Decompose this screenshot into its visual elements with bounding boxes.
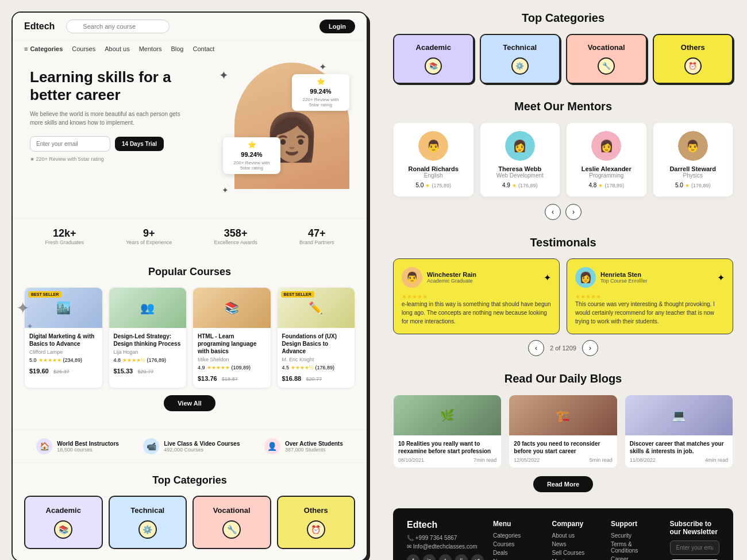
testimonial-next-button[interactable]: › [582, 340, 598, 356]
login-button[interactable]: Login [319, 20, 355, 33]
mentor-avatar-2: 👩 [591, 131, 621, 161]
cat-icon-1: ⚙️ [138, 520, 157, 539]
blog-meta-2: 11/08/2022 4min read [630, 457, 728, 463]
feature-main-1: Live Class & Video Courses [164, 441, 240, 447]
stat-label-0: Fresh Graduates [45, 240, 84, 245]
course-old-price-0: $26.37 [53, 369, 70, 374]
footer-link-security[interactable]: Security [611, 532, 661, 539]
blog-read-1: 5min read [590, 457, 613, 463]
blog-title-1: 20 facts you need to reconsider before y… [514, 440, 612, 455]
course-rating-1: 4.8 ★★★★½ (176,89) [114, 357, 182, 363]
nav-courses[interactable]: Courses [72, 45, 95, 52]
best-seller-badge-0: BEST SELLER [28, 291, 61, 298]
footer-link-news[interactable]: News [552, 541, 602, 547]
blog-img-0: 🌿 [394, 395, 501, 435]
newsletter-title: Subscribe to our Newsletter [670, 520, 720, 536]
mentors-next-button[interactable]: › [565, 204, 582, 220]
cat-technical[interactable]: Technical ⚙️ [109, 496, 187, 549]
nav-about[interactable]: About us [105, 45, 129, 52]
testimonials-grid: 👨 Winchester Rain Academic Graduate ✦ ★★… [393, 258, 733, 334]
hero-subtitle: We believe the world is more beautiful a… [30, 110, 191, 127]
testimonials-nav: ‹ 2 of 1209 › [393, 340, 733, 356]
right-cat-vocational[interactable]: Vocational 🔧 [566, 34, 647, 84]
footer-menu-title: Menu [493, 520, 543, 528]
right-cats-title: Top Categories [393, 11, 733, 25]
mentor-stars-0: ★ [425, 183, 430, 188]
youtube-icon[interactable]: yt [471, 554, 484, 560]
trial-button[interactable]: 14 Days Trial [115, 137, 164, 151]
course-price-wrap-0: $19.60 $26.37 [29, 365, 98, 376]
blog-img-2: 💻 [625, 395, 733, 435]
navbar: Edtech Login [13, 13, 367, 41]
right-cat-others[interactable]: Others ⏰ [653, 34, 734, 84]
right-cat-academic[interactable]: Academic 📚 [393, 34, 474, 84]
right-cat-icon-3: ⏰ [684, 57, 702, 75]
course-rating-num-0: 5.0 [29, 357, 37, 363]
cat-others[interactable]: Others ⏰ [277, 496, 356, 549]
mentor-rating-num-1: 4.9 [502, 182, 510, 188]
blog-card-0[interactable]: 🌿 10 Realities you really want to reexam… [393, 395, 502, 468]
mentor-reviews-2: (178,89) [604, 183, 624, 188]
nav-blog[interactable]: Blog [171, 45, 183, 52]
course-img-icon-3: ✏️ [309, 301, 323, 315]
course-title-3: Foundations of (UX) Design Basics to Adv… [282, 333, 351, 355]
features-section: 🏠 World Best Instructors 18,500 courses … [13, 430, 367, 462]
read-more-button[interactable]: Read More [533, 476, 593, 492]
cat-icon-2: 🔧 [222, 520, 241, 539]
footer-link-deals[interactable]: Deals [493, 550, 543, 556]
cat-academic[interactable]: Academic 📚 [24, 496, 103, 549]
nav-mentors[interactable]: Mentors [139, 45, 162, 52]
instagram-icon[interactable]: in [423, 554, 436, 560]
mentor-avatar-circle-2: 👩 [591, 131, 621, 161]
stars-0: ★★★★★ [38, 357, 61, 363]
mentors-grid: 👨 Ronald Richards English 5.0 ★ (175,89)… [393, 122, 733, 197]
footer-link-about[interactable]: About us [552, 532, 602, 539]
twitter-icon[interactable]: t [439, 554, 452, 560]
hero-text: Learning skills for a better career We b… [30, 68, 191, 162]
hero-section: ✦ ✦ ✦ Learning skills for a better caree… [13, 57, 367, 218]
right-cat-label-2: Vocational [573, 43, 640, 52]
mentor-reviews-3: (176,89) [691, 183, 711, 188]
test-sparkle-0: ✦ [544, 272, 551, 283]
mentors-prev-button[interactable]: ‹ [545, 204, 561, 220]
mentor-rating-num-0: 5.0 [416, 182, 424, 188]
blog-card-2[interactable]: 💻 Discover career that matches your skil… [625, 395, 733, 468]
facebook-icon[interactable]: f [407, 554, 419, 560]
linkedin-icon[interactable]: li [455, 554, 468, 560]
nav-categories[interactable]: ≡ Categories [24, 45, 63, 52]
cat-vocational[interactable]: Vocational 🔧 [192, 496, 271, 549]
course-reviews-1: (176,89) [147, 357, 167, 363]
nav-contact[interactable]: Contact [192, 45, 214, 52]
footer-link-terms[interactable]: Terms & Conditions [611, 541, 661, 554]
testimonial-prev-button[interactable]: ‹ [528, 340, 544, 356]
popular-courses-section: Popular Courses 🏙️ BEST SELLER Digital M… [13, 254, 367, 430]
course-old-price-3: $20.77 [306, 376, 322, 382]
feature-text-0: World Best Instructors 18,500 courses [57, 441, 119, 453]
mentor-name-2: Leslie Alexander [572, 165, 641, 172]
course-price-2: $13.76 [198, 375, 217, 382]
view-all-button[interactable]: View All [164, 395, 215, 411]
course-card-3: ✏️ BEST SELLER Foundations of (UX) Desig… [277, 287, 356, 388]
blog-meta-1: 12/05/2022 5min read [514, 457, 612, 463]
mentor-subject-2: Programming [572, 172, 641, 179]
footer-link-categories[interactable]: Categories [493, 532, 543, 539]
hero-email-input[interactable] [30, 136, 110, 152]
footer-link-career[interactable]: Career [611, 556, 661, 560]
footer-link-courses[interactable]: Courses [493, 541, 543, 547]
course-img-icon-0: 🏙️ [56, 301, 71, 315]
search-input[interactable] [66, 20, 170, 33]
right-cat-technical[interactable]: Technical ⚙️ [480, 34, 561, 84]
stat-graduates: 12k+ Fresh Graduates [45, 227, 84, 245]
feature-icon-1: 📹 [143, 438, 159, 454]
footer-phone: 📞 +999 7364 5867 [407, 535, 484, 541]
mentor-rating-0: 5.0 ★ (175,89) [399, 182, 468, 188]
right-cat-label-0: Academic [400, 43, 467, 52]
footer: Edtech 📞 +999 7364 5867 ✉ Info@edtechcla… [393, 508, 733, 560]
courses-grid: 🏙️ BEST SELLER Digital Marketing & with … [24, 287, 355, 388]
footer-link-sell[interactable]: Sell Courses [552, 550, 602, 556]
blog-date-1: 12/05/2022 [514, 457, 540, 463]
course-price-1: $15.33 [114, 368, 133, 374]
stat-num-3: 47+ [299, 227, 334, 240]
blog-card-1[interactable]: 🏗️ 20 facts you need to reconsider befor… [509, 395, 617, 468]
newsletter-input[interactable] [670, 540, 720, 555]
